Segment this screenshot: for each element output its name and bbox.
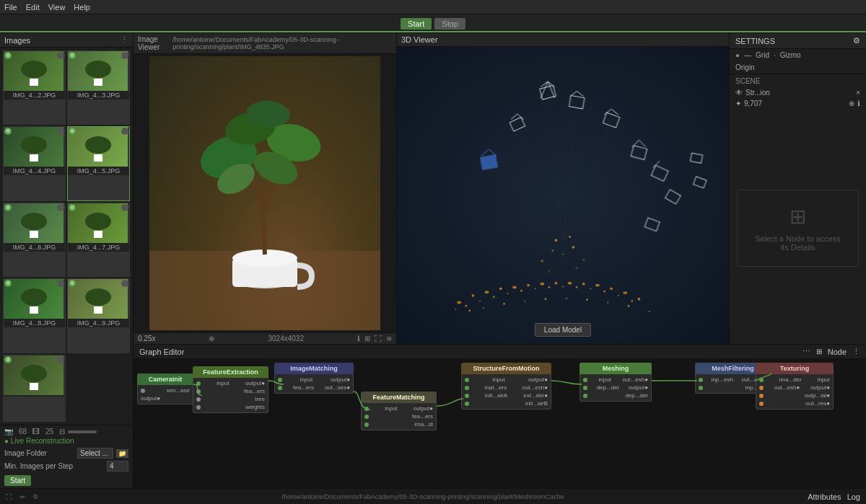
start-button[interactable]: Start <box>401 18 432 30</box>
image-viewer-path: /home/antoine/Documents/FabAcademy/05-3D… <box>172 36 392 50</box>
grid-dot: ● <box>735 51 740 59</box>
main-area: Images ⋮ IMG_4...2.JPG ⚙ IMG_4...3.JPG ⚙… <box>0 33 866 488</box>
camera-count: 68 <box>19 428 27 436</box>
thumb-img4439[interactable]: IMG_4...9.JPG ⚙ <box>67 278 130 353</box>
cache-path: /home/antoine/Documents/FabAcademy/05-3D… <box>282 493 564 500</box>
origin-label: Origin <box>735 63 755 71</box>
thumb-img4432[interactable]: IMG_4...2.JPG ⚙ <box>3 50 66 125</box>
im-feat-label: fea...ers <box>293 384 314 391</box>
node-camerainit[interactable]: CameraInit sen...ase output● <box>137 373 193 404</box>
thumb-img4436[interactable]: IMG_4...6.JPG ⚙ <box>3 203 66 277</box>
thumb-img4435[interactable]: IMG_4...5.JPG ⚙ <box>67 126 130 200</box>
tex-outres-dot <box>759 402 764 406</box>
port-sensors-dot <box>141 389 145 393</box>
im-input-label: input <box>300 376 312 383</box>
graph-more-icon[interactable]: ⋮ <box>852 347 860 356</box>
stop-button[interactable]: Stop <box>434 18 465 30</box>
structure-item[interactable]: 👁 Str...ion × <box>735 87 860 98</box>
images-grid: IMG_4...2.JPG ⚙ IMG_4...3.JPG ⚙ IMG_4...… <box>0 48 133 425</box>
images-panel-title: Images <box>4 36 30 45</box>
load-model-button[interactable]: Load Model <box>535 323 591 337</box>
menu-edit[interactable]: Edit <box>26 3 40 12</box>
thumb-img4433[interactable]: IMG_4...3.JPG ⚙ <box>67 50 130 125</box>
settings-gear-icon[interactable]: ⚙ <box>853 36 860 45</box>
viewer3d-header: 3D Viewer <box>397 33 729 47</box>
structure-label: Str...ion <box>745 89 770 97</box>
fm-ima-label: ima...st <box>414 421 433 428</box>
tex-ima-label: ima...der <box>779 376 802 383</box>
thumb-settings-icon-5: ⚙ <box>4 204 12 211</box>
thumb-label-5: IMG_4...6.JPG <box>4 243 65 252</box>
toolbar: Start Stop <box>0 14 866 33</box>
scene-label: SCENE <box>735 77 860 85</box>
fullscreen-icon[interactable]: ⛶ <box>6 493 12 500</box>
sfm-inita-dot <box>465 394 469 398</box>
mesh-dep2-dot <box>583 394 587 398</box>
node-structurefromotion[interactable]: StructureFromMotion input output● mat...… <box>461 363 551 410</box>
graph-editor: Graph Editor ⋯ ⊞ Node ⋮ CameraInit <box>134 344 866 488</box>
svg-line-4 <box>261 186 265 255</box>
compare-icon[interactable]: ≋ <box>386 335 392 342</box>
thumb-label-3: IMG_4...4.JPG <box>4 167 65 175</box>
thumb-size-slider[interactable]: ⊟ <box>59 428 97 436</box>
im-port-input: input output● <box>278 376 350 384</box>
image-viewer-content[interactable] <box>134 54 396 332</box>
viewer3d-title: 3D Viewer <box>401 35 438 44</box>
zoom-out-icon[interactable]: ⊕ <box>849 100 854 107</box>
thumb-label-6: IMG_4...7.JPG <box>68 243 129 252</box>
tab-log[interactable]: Log <box>847 492 860 501</box>
settings-icon-bottom[interactable]: ⚙ <box>32 493 38 500</box>
node-featurematching[interactable]: FeatureMatching input output● fea...ers <box>361 392 437 430</box>
tex-input-label: input <box>818 376 830 383</box>
thumb-canvas-5 <box>4 203 64 243</box>
zoom-icon[interactable]: ⊕ <box>209 335 214 342</box>
menu-view[interactable]: View <box>48 3 66 12</box>
viewer3d-content[interactable]: Load Model <box>397 47 729 344</box>
close-icon[interactable]: × <box>856 89 860 97</box>
mf-inp-dot <box>699 378 703 382</box>
image-folder-row: Image Folder 📁 <box>4 448 128 459</box>
tex-outesh-dot <box>759 386 764 390</box>
menu-file[interactable]: File <box>4 3 17 12</box>
info-icon2[interactable]: ℹ <box>857 100 860 107</box>
fit-icon[interactable]: ⛶ <box>375 335 382 342</box>
thumb-img4438[interactable]: IMG_4...8.JPG ⚙ <box>3 278 66 353</box>
grid-icon[interactable]: ⊞ <box>364 335 370 342</box>
info-icon[interactable]: ℹ <box>357 335 360 342</box>
mf-inp-label: inp...esh <box>712 376 733 383</box>
tab-attributes[interactable]: Attributes <box>808 492 841 501</box>
imagematching-header: ImageMatching <box>274 363 354 374</box>
mesh-dep1-dot <box>583 386 587 390</box>
node-imagematching[interactable]: ImageMatching input output● fea...ers ou… <box>274 363 354 394</box>
thumb-img-extra[interactable]: ⚙ <box>3 355 66 422</box>
port-sensors-label: sen...ase <box>167 387 190 394</box>
thumb-canvas-1 <box>4 51 64 91</box>
camerainit-port-output: output● <box>141 394 190 402</box>
split-icon[interactable]: ⇔ <box>19 493 25 500</box>
images-start-button[interactable]: Start <box>4 475 31 486</box>
image-viewer-title: Image Viewer <box>138 35 172 51</box>
node-featureextraction[interactable]: FeatureExtraction input output● fea...er… <box>193 366 268 413</box>
min-images-label: Min. Images per Step <box>4 462 104 470</box>
tex-port-ima: ima...der input <box>759 376 830 384</box>
thumb-img4437[interactable]: IMG_4...7.JPG ⚙ <box>67 203 130 277</box>
point-count-row: ✦ 9,707 ⊕ ℹ <box>735 98 860 109</box>
node-meshing[interactable]: Meshing input out...esh● dep...der outpu… <box>579 363 652 402</box>
node-texturing[interactable]: Texturing ima...der input out...esh● out… <box>756 363 834 410</box>
menu-help[interactable]: Help <box>74 3 90 12</box>
mf-inp2-dot <box>699 386 703 390</box>
graph-content[interactable]: CameraInit sen...ase output● <box>134 359 866 488</box>
tex-port-outres: out...res● <box>759 399 830 407</box>
images-panel-menu[interactable]: ⋮ <box>121 35 128 45</box>
slider-track[interactable] <box>68 430 97 433</box>
graph-menu-icon[interactable]: ⋯ <box>802 347 810 356</box>
thumb-label-9 <box>4 395 65 397</box>
sfm-input-dot <box>465 378 469 382</box>
image-folder-input[interactable] <box>77 448 113 459</box>
fe-tree-label: tree <box>255 396 265 402</box>
min-images-input[interactable] <box>107 461 128 472</box>
sfm-ouesh-label: out...esh● <box>522 384 548 391</box>
thumb-img4434[interactable]: IMG_4...4.JPG ⚙ <box>3 126 66 200</box>
image-folder-browse[interactable]: 📁 <box>116 449 128 458</box>
thumb-canvas-2 <box>68 51 128 91</box>
